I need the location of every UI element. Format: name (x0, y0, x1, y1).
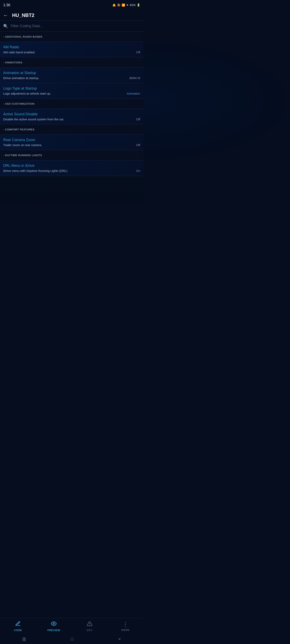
setting-title: Active Sound Disable (3, 112, 140, 116)
setting-description: Logo adjustment at vehicle start up. (3, 92, 124, 95)
setting-item-drl-menu-idrive[interactable]: DRL Menu in iDrive iDrive menu with Dayt… (0, 160, 143, 176)
search-bar: 🔍 (0, 21, 143, 32)
setting-description: Disable the active sound system from the… (3, 118, 134, 121)
setting-item-animation-at-startup[interactable]: Animation at Startup iDrive animation at… (0, 68, 143, 83)
nav-item-preview[interactable]: PREVIEW (46, 621, 62, 632)
setting-title: Animation at Startup (3, 71, 140, 75)
nav-label-preview: PREVIEW (47, 629, 60, 632)
search-input[interactable] (11, 23, 140, 29)
svg-point-0 (53, 623, 55, 624)
setting-item-logo-type-at-startup[interactable]: Logo Type at Startup Logo adjustment at … (0, 83, 143, 98)
setting-description-row: Trailer zoom on rear camera. Off (3, 143, 140, 147)
nav-label-more: MORE (121, 628, 130, 632)
setting-value: Off (136, 50, 140, 54)
setting-description: AM radio band enabled. (3, 50, 134, 54)
nav-item-more[interactable]: ⋮ MORE (117, 621, 134, 632)
nav-item-code[interactable]: CODE (10, 621, 26, 632)
alarm-icon: 🔔 (112, 4, 116, 7)
android-nav-bar: ||| □ < (0, 634, 143, 644)
back-button[interactable]: ← (3, 12, 8, 18)
content-area: - ADDITIONAL RADIO BANDS AM Radio AM rad… (0, 32, 143, 204)
warning-icon (87, 621, 92, 628)
setting-value: BMW M (130, 76, 140, 80)
setting-description-row: iDrive animation at startup. BMW M (3, 76, 140, 80)
setting-title: DRL Menu in iDrive (3, 164, 140, 168)
setting-title: AM Radio (3, 45, 140, 49)
status-bar: 1:36 🔔 🔕 📶 ✈ 61% 🔋 (0, 0, 143, 10)
setting-description-row: Disable the active sound system from the… (3, 118, 140, 121)
pencil-icon (15, 621, 21, 628)
airplane-icon: ✈ (126, 4, 129, 7)
mute-icon: 🔕 (117, 4, 120, 7)
setting-value: Off (136, 143, 140, 147)
setting-item-am-radio[interactable]: AM Radio AM radio band enabled. Off (0, 42, 143, 57)
setting-description-row: iDrive menu with Daytime Running Lights … (3, 169, 140, 172)
more-icon: ⋮ (122, 621, 129, 628)
section-header-daytime-running-lights: - DAYTIME RUNNING LIGHTS (0, 150, 143, 160)
battery-text: 61% (130, 4, 136, 7)
setting-value: Off (136, 118, 140, 121)
nav-label-code: CODE (14, 629, 22, 632)
setting-item-active-sound-disable[interactable]: Active Sound Disable Disable the active … (0, 109, 143, 124)
setting-description-row: Logo adjustment at vehicle start up. Ani… (3, 92, 140, 95)
status-time: 1:36 (3, 3, 10, 7)
section-header-asd-customization: - ASD CUSTOMIZATION (0, 98, 143, 109)
android-home-button[interactable]: □ (71, 637, 73, 642)
nav-label-dtc: DTC (87, 629, 92, 632)
section-header-text: - COMFORT FEATURES (3, 128, 35, 131)
battery-icon: 🔋 (137, 4, 140, 7)
section-header-comfort-features: - COMFORT FEATURES (0, 124, 143, 135)
setting-value: On (136, 169, 140, 172)
setting-description-row: AM radio band enabled. Off (3, 50, 140, 54)
wifi-icon: 📶 (122, 4, 125, 7)
section-header-text: - ADDITIONAL RADIO BANDS (3, 35, 43, 38)
android-back-button[interactable]: < (118, 637, 121, 642)
setting-title: Logo Type at Startup (3, 86, 140, 90)
setting-title: Rear Camera Zoom (3, 138, 140, 142)
setting-description: Trailer zoom on rear camera. (3, 143, 134, 147)
header: ← HU_NBT2 (0, 10, 143, 21)
search-icon: 🔍 (3, 24, 8, 28)
section-header-animations: - ANIMATIONS (0, 57, 143, 68)
section-header-text: - ASD CUSTOMIZATION (3, 102, 35, 105)
section-header-text: - DAYTIME RUNNING LIGHTS (3, 154, 42, 157)
section-header-additional-radio-bands: - ADDITIONAL RADIO BANDS (0, 32, 143, 42)
page-title: HU_NBT2 (12, 12, 35, 18)
setting-description: iDrive menu with Daytime Running Lights … (3, 169, 134, 172)
bottom-nav: CODE PREVIEW DTC ⋮ MORE (0, 618, 143, 634)
eye-icon (51, 621, 57, 628)
section-header-text: - ANIMATIONS (3, 61, 22, 64)
status-icons: 🔔 🔕 📶 ✈ 61% 🔋 (112, 4, 140, 7)
setting-value: Animation (127, 92, 140, 95)
setting-description: iDrive animation at startup. (3, 76, 127, 80)
nav-item-dtc[interactable]: DTC (82, 621, 98, 632)
android-recents-button[interactable]: ||| (23, 637, 26, 642)
setting-item-rear-camera-zoom[interactable]: Rear Camera Zoom Trailer zoom on rear ca… (0, 135, 143, 150)
